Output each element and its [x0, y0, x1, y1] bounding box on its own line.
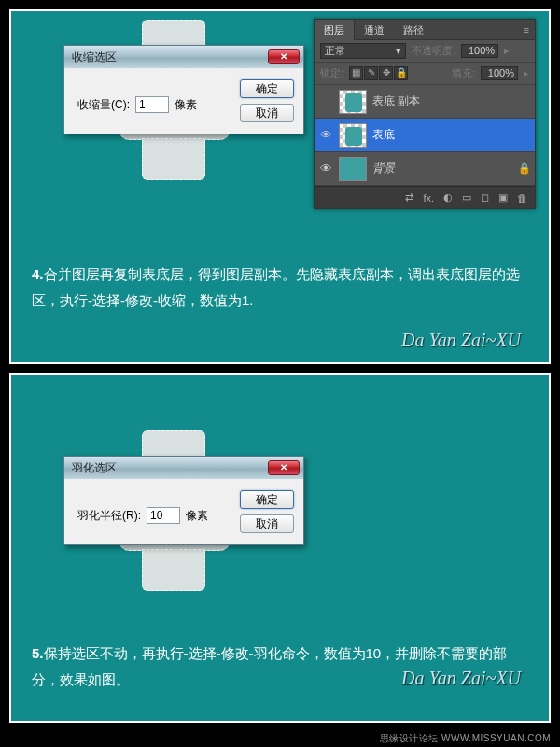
- feather-selection-dialog: 羽化选区 ✕ 羽化半径(R): 像素 确定 取消: [63, 456, 304, 545]
- panel-tabs: 图层 通道 路径 ≡: [315, 20, 535, 40]
- dialog-buttons: 确定 取消: [240, 490, 294, 533]
- step-number: 5.: [32, 645, 44, 661]
- layer-thumb: [339, 123, 367, 148]
- layer-thumb: [339, 90, 367, 114]
- lock-all-icon[interactable]: 🔒: [394, 66, 408, 80]
- lock-transparency-icon[interactable]: ▦: [349, 66, 363, 80]
- adjustment-icon[interactable]: ▭: [462, 191, 471, 204]
- dialog-titlebar[interactable]: 收缩选区 ✕: [64, 46, 303, 68]
- dialog-buttons: 确定 取消: [240, 79, 294, 122]
- step-4-panel: 收缩选区 ✕ 收缩量(C): 像素 确定 取消 图层 通道 路径: [9, 9, 551, 364]
- layers-footer: ⇄ fx. ◐ ▭ ◻ ▣ 🗑: [315, 186, 535, 208]
- mask-icon[interactable]: ◐: [443, 191, 453, 204]
- new-layer-icon[interactable]: ▣: [498, 191, 508, 204]
- layer-name: 背景: [372, 161, 395, 176]
- dialog-input-row: 收缩量(C): 像素: [77, 79, 197, 122]
- watermark: 思缘设计论坛 WWW.MISSYUAN.COM: [380, 732, 551, 745]
- link-layers-icon[interactable]: ⇄: [405, 191, 413, 204]
- dialog-input-row: 羽化半径(R): 像素: [77, 490, 208, 533]
- tab-paths[interactable]: 路径: [394, 20, 433, 40]
- visibility-toggle[interactable]: 👁: [318, 162, 333, 176]
- dialog-body: 收缩量(C): 像素 确定 取消: [64, 68, 303, 134]
- blend-mode-value: 正常: [325, 44, 345, 58]
- signature: Da Yan Zai~XU: [401, 330, 521, 351]
- contract-amount-label: 收缩量(C):: [77, 97, 130, 113]
- layer-row[interactable]: 👁 表底: [315, 119, 535, 152]
- visibility-toggle[interactable]: 👁: [318, 128, 333, 142]
- fill-label: 填充:: [452, 66, 475, 80]
- close-button[interactable]: ✕: [268, 460, 300, 475]
- tab-channels[interactable]: 通道: [355, 20, 394, 40]
- dialog-title: 羽化选区: [72, 460, 117, 476]
- layers-panel: 图层 通道 路径 ≡ 正常▾ 不透明度: 100% ▸ 锁定: ▦ ✎ ✥ �: [314, 19, 536, 209]
- lock-icons: ▦ ✎ ✥ 🔒: [349, 66, 408, 80]
- ok-button[interactable]: 确定: [240, 490, 294, 509]
- fx-icon[interactable]: fx.: [423, 192, 434, 204]
- layer-thumb: [339, 157, 367, 181]
- feather-radius-input[interactable]: [147, 507, 180, 524]
- lock-icon: 🔒: [518, 162, 531, 175]
- lock-paint-icon[interactable]: ✎: [364, 66, 378, 80]
- opacity-label: 不透明度:: [412, 44, 455, 58]
- blend-opacity-row: 正常▾ 不透明度: 100% ▸: [315, 40, 535, 63]
- page-frame: 收缩选区 ✕ 收缩量(C): 像素 确定 取消 图层 通道 路径: [0, 0, 560, 741]
- step-body: 合并图层再复制表底层，得到图层副本。先隐藏表底副本，调出表底图层的选区，执行-选…: [32, 266, 520, 308]
- step-5-panel: 羽化选区 ✕ 羽化半径(R): 像素 确定 取消 5.保持选区不动，再执行-选择…: [9, 374, 551, 723]
- tab-layers[interactable]: 图层: [315, 20, 355, 40]
- opacity-value[interactable]: 100%: [461, 44, 498, 58]
- ok-button[interactable]: 确定: [240, 79, 294, 98]
- cancel-button[interactable]: 取消: [240, 104, 294, 122]
- fill-dropdown-icon[interactable]: ▸: [524, 67, 529, 79]
- dialog-body: 羽化半径(R): 像素 确定 取消: [64, 479, 303, 544]
- panel-menu-icon[interactable]: ≡: [518, 24, 535, 35]
- lock-move-icon[interactable]: ✥: [379, 66, 393, 80]
- step-number: 4.: [32, 266, 44, 282]
- group-icon[interactable]: ◻: [481, 191, 489, 204]
- dialog-titlebar[interactable]: 羽化选区 ✕: [64, 457, 303, 479]
- layer-name: 表底 副本: [372, 93, 420, 109]
- layer-name: 表底: [372, 127, 395, 143]
- step-4-text: 4.合并图层再复制表底层，得到图层副本。先隐藏表底副本，调出表底图层的选区，执行…: [32, 261, 528, 314]
- watch-strap-bottom: [142, 138, 205, 180]
- watch-strap-bottom: [142, 549, 205, 591]
- fill-value[interactable]: 100%: [481, 66, 518, 80]
- trash-icon[interactable]: 🗑: [517, 192, 527, 204]
- blend-mode-select[interactable]: 正常▾: [320, 43, 406, 59]
- unit-label: 像素: [186, 508, 208, 524]
- opacity-dropdown-icon[interactable]: ▸: [504, 45, 510, 57]
- contract-amount-input[interactable]: [135, 96, 169, 113]
- layer-row[interactable]: 👁 背景 🔒: [315, 152, 535, 186]
- unit-label: 像素: [175, 97, 197, 113]
- dialog-title: 收缩选区: [72, 49, 117, 65]
- lock-label: 锁定:: [320, 66, 343, 80]
- cancel-button[interactable]: 取消: [240, 514, 294, 533]
- signature: Da Yan Zai~XU: [401, 668, 521, 689]
- feather-radius-label: 羽化半径(R):: [77, 508, 141, 524]
- lock-fill-row: 锁定: ▦ ✎ ✥ 🔒 填充: 100% ▸: [315, 63, 535, 85]
- close-button[interactable]: ✕: [268, 49, 300, 64]
- layer-row[interactable]: 表底 副本: [315, 85, 535, 119]
- contract-selection-dialog: 收缩选区 ✕ 收缩量(C): 像素 确定 取消: [63, 45, 304, 134]
